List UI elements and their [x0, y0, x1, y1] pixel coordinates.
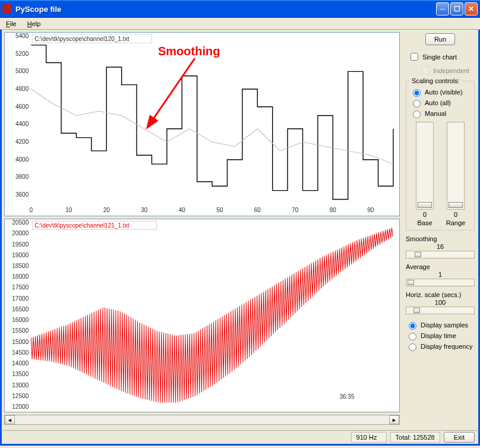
range-slider[interactable]	[447, 122, 465, 210]
svg-text:15000: 15000	[12, 339, 29, 345]
svg-text:50: 50	[216, 207, 223, 213]
arrow-icon	[147, 55, 201, 127]
smoothing-label: Smoothing	[406, 235, 475, 242]
menu-file[interactable]: File	[4, 19, 19, 29]
display-samples[interactable]: Display samples	[406, 320, 475, 330]
svg-text:16000: 16000	[12, 317, 29, 323]
svg-text:16500: 16500	[12, 306, 29, 313]
svg-text:70: 70	[292, 207, 299, 213]
scale-manual[interactable]: Manual	[410, 109, 470, 118]
svg-line-41	[152, 58, 195, 121]
svg-text:3800: 3800	[15, 173, 29, 180]
hscale-label: Horiz. scale (secs.)	[406, 291, 475, 298]
svg-text:13500: 13500	[12, 371, 29, 377]
hscale-value: 100	[406, 299, 475, 306]
chart2-time-annotation: 36:35	[339, 393, 355, 400]
base-slider[interactable]	[416, 122, 434, 210]
svg-text:14500: 14500	[12, 349, 29, 356]
app-icon	[2, 4, 12, 14]
chart-top: 3600380040004200440046004800500052005400…	[4, 32, 400, 216]
horizontal-scrollbar[interactable]: ◄ ►	[4, 415, 400, 425]
hscale-slider[interactable]	[406, 307, 475, 314]
svg-text:14000: 14000	[12, 360, 29, 367]
svg-text:60: 60	[254, 207, 261, 213]
chart1-file-label: C:\dev\tk\pyscope\channel120_1.txt	[34, 36, 129, 42]
scale-auto-all[interactable]: Auto (all)	[410, 98, 470, 108]
close-button[interactable]: ✕	[465, 2, 478, 15]
svg-text:5200: 5200	[15, 51, 29, 57]
svg-text:90: 90	[367, 207, 374, 213]
base-value: 0	[411, 211, 438, 218]
svg-text:40: 40	[179, 207, 186, 213]
base-label: Base	[411, 219, 438, 226]
range-value: 0	[442, 211, 469, 218]
run-button[interactable]: Run	[425, 33, 455, 45]
side-panel: Run Single chart Independent Scaling con…	[402, 30, 478, 430]
window-title: PyScope file	[15, 5, 436, 14]
display-time[interactable]: Display time	[406, 331, 475, 340]
scaling-group: Scaling controls: Auto (visible) Auto (a…	[406, 81, 475, 231]
svg-text:18000: 18000	[12, 273, 29, 280]
menu-help[interactable]: Help	[25, 19, 43, 29]
svg-text:4600: 4600	[15, 103, 29, 110]
scroll-right-icon[interactable]: ►	[389, 415, 399, 424]
exit-button[interactable]: Exit	[444, 432, 475, 443]
chart2-file-label: C:\dev\tk\pyscope\channel121_1.txt	[34, 222, 129, 229]
svg-text:4200: 4200	[15, 138, 29, 145]
svg-text:5400: 5400	[15, 33, 29, 39]
statusbar: 910 Hz Total: 125528 Exit	[0, 430, 480, 446]
svg-text:3600: 3600	[15, 191, 29, 198]
scroll-left-icon[interactable]: ◄	[5, 415, 15, 424]
maximize-button[interactable]: ☐	[450, 2, 463, 15]
minimize-button[interactable]: ─	[436, 2, 449, 15]
svg-text:19500: 19500	[12, 241, 29, 248]
average-label: Average	[406, 263, 475, 270]
svg-text:19000: 19000	[12, 252, 29, 258]
average-slider[interactable]	[406, 279, 475, 286]
smoothing-slider[interactable]	[406, 251, 475, 258]
svg-text:4000: 4000	[15, 156, 29, 163]
status-hz: 910 Hz	[351, 432, 387, 443]
svg-text:13000: 13000	[12, 382, 29, 389]
svg-text:20: 20	[103, 207, 110, 213]
svg-text:12500: 12500	[12, 393, 29, 399]
svg-text:10: 10	[65, 207, 72, 213]
svg-text:15500: 15500	[12, 327, 29, 334]
svg-text:4400: 4400	[15, 121, 29, 127]
svg-text:17000: 17000	[12, 295, 29, 302]
chart-bottom: 1200012500130001350014000145001500015500…	[4, 219, 400, 412]
scale-auto-visible[interactable]: Auto (visible)	[410, 87, 470, 97]
svg-text:80: 80	[330, 207, 337, 213]
svg-text:17500: 17500	[12, 284, 29, 291]
independent-checkbox: Independent	[419, 65, 475, 76]
menubar: File Help	[0, 18, 480, 30]
svg-text:0: 0	[29, 207, 33, 213]
single-chart-checkbox[interactable]: Single chart	[408, 51, 475, 62]
svg-text:12000: 12000	[12, 403, 29, 410]
display-frequency[interactable]: Display frequency	[406, 342, 475, 351]
svg-text:20000: 20000	[12, 230, 29, 236]
scaling-legend: Scaling controls:	[410, 77, 462, 84]
svg-text:4800: 4800	[15, 86, 29, 92]
svg-text:18500: 18500	[12, 263, 29, 269]
svg-text:5000: 5000	[15, 68, 29, 74]
average-value: 1	[406, 271, 475, 278]
smoothing-value: 16	[406, 243, 475, 250]
range-label: Range	[442, 219, 469, 226]
svg-text:30: 30	[141, 207, 148, 213]
svg-text:20500: 20500	[12, 219, 29, 226]
titlebar: PyScope file ─ ☐ ✕	[0, 0, 480, 18]
status-total: Total: 125528	[390, 432, 440, 443]
